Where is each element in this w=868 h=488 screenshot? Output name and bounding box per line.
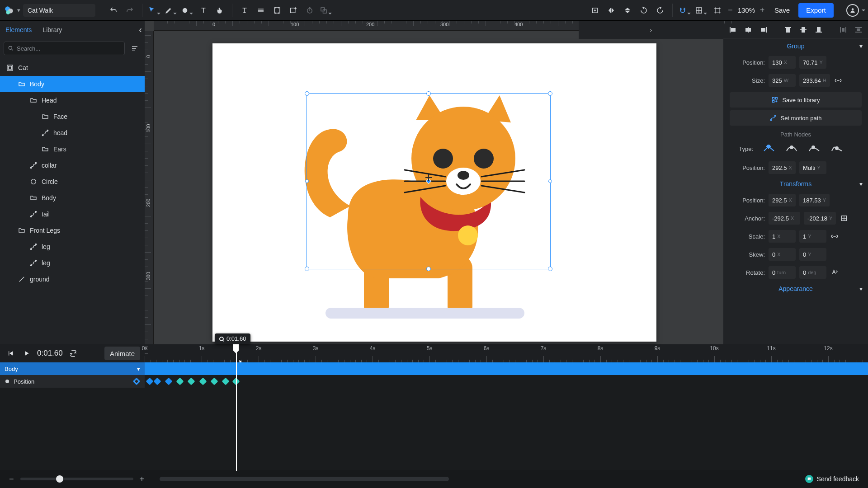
layer-leg[interactable]: leg: [0, 239, 145, 255]
go-to-start-button[interactable]: [5, 347, 16, 359]
zoom-in-timeline-icon[interactable]: +: [140, 474, 145, 484]
rotate-deg[interactable]: 0deg: [799, 266, 826, 279]
layer-head[interactable]: head: [0, 125, 145, 141]
align-text-icon[interactable]: [238, 4, 251, 17]
play-button[interactable]: [21, 347, 33, 359]
keyframe[interactable]: [210, 378, 218, 385]
zoom-in-icon[interactable]: +: [759, 5, 766, 15]
text-tool[interactable]: [197, 4, 210, 17]
duplicate-icon[interactable]: [319, 4, 333, 17]
redo-button[interactable]: [123, 4, 137, 17]
fit-icon[interactable]: [588, 4, 602, 17]
anchor-grid-icon[interactable]: [840, 214, 849, 223]
layer-ground[interactable]: ground: [0, 271, 145, 287]
keyframe-indicator-icon[interactable]: [5, 380, 9, 383]
align-center-icon[interactable]: [254, 4, 268, 17]
loop-icon[interactable]: [67, 347, 79, 359]
grid-icon[interactable]: [694, 4, 708, 17]
align-left-icon[interactable]: [728, 26, 738, 34]
send-feedback-button[interactable]: Send feedback: [805, 475, 859, 483]
layer-body[interactable]: Body: [0, 76, 145, 92]
layer-cat[interactable]: Cat: [0, 60, 145, 76]
canvas-viewport[interactable]: 0100200300400500600 0100200300 ›: [145, 21, 723, 344]
keyframe[interactable]: [222, 378, 229, 385]
node-type-disconn-icon[interactable]: [830, 143, 844, 154]
section-group[interactable]: Group: [787, 42, 805, 50]
anchor-x[interactable]: -292.5X: [769, 212, 800, 225]
selection-box[interactable]: [307, 93, 551, 269]
set-motion-path-button[interactable]: Set motion path: [730, 110, 862, 126]
frame-icon[interactable]: [711, 4, 724, 17]
keyframe[interactable]: [199, 378, 207, 385]
layer-leg[interactable]: leg: [0, 255, 145, 271]
align-hcenter-icon[interactable]: [743, 26, 753, 34]
skew-x[interactable]: 0X: [769, 248, 796, 261]
link-size-icon[interactable]: [834, 76, 843, 85]
save-to-library-button[interactable]: Save to library: [730, 92, 862, 108]
node-type-corner-icon[interactable]: [762, 143, 776, 154]
size-h-input[interactable]: 233.64H: [799, 74, 830, 87]
layer-circle[interactable]: Circle: [0, 174, 145, 190]
layer-collar[interactable]: collar: [0, 157, 145, 174]
artboard-icon[interactable]: [270, 4, 284, 17]
chevron-down-icon[interactable]: ▾: [859, 42, 863, 50]
section-appearance[interactable]: Appearance: [778, 285, 813, 292]
position-y-input[interactable]: 70.71Y: [799, 56, 826, 69]
artboard-add-icon[interactable]: [287, 4, 300, 17]
align-bottom-icon[interactable]: [814, 26, 824, 34]
scale-x[interactable]: 1X: [769, 230, 796, 243]
shape-tool[interactable]: [180, 4, 194, 17]
tf-pos-y[interactable]: 187.53Y: [799, 194, 830, 206]
section-transforms[interactable]: Transforms: [780, 180, 811, 188]
link-scale-icon[interactable]: [830, 232, 839, 241]
rotate-ccw-icon[interactable]: [637, 4, 651, 17]
node-pos-x-input[interactable]: 292.5X: [769, 161, 796, 174]
timeline-ruler[interactable]: 0s1s2s3s4s5s6s7s8s9s10s11s12s: [145, 344, 868, 362]
keyframe[interactable]: [153, 378, 161, 385]
node-type-asym-icon[interactable]: [807, 143, 821, 154]
rotate-turn[interactable]: 0turn: [769, 266, 796, 279]
transform-tool[interactable]: [148, 4, 161, 17]
tab-elements[interactable]: Elements: [5, 22, 33, 38]
expand-right-panel-icon[interactable]: ›: [579, 21, 723, 39]
position-x-input[interactable]: 130X: [769, 56, 796, 69]
export-button[interactable]: Export: [798, 3, 834, 18]
keyframe[interactable]: [176, 378, 184, 385]
node-type-smooth-icon[interactable]: [785, 143, 798, 154]
layer-front-legs[interactable]: Front Legs: [0, 222, 145, 239]
skew-y[interactable]: 0Y: [799, 248, 826, 261]
keyframe[interactable]: [188, 378, 195, 385]
rotate-reset-icon[interactable]: [830, 268, 839, 277]
keyframe[interactable]: [165, 378, 172, 385]
search-input[interactable]: Search...: [4, 42, 125, 55]
layer-ears[interactable]: Ears: [0, 141, 145, 157]
node-pos-y-input[interactable]: MultiY: [799, 161, 826, 174]
keyframe-track[interactable]: [145, 375, 868, 388]
layer-face[interactable]: Face: [0, 108, 145, 125]
tf-pos-x[interactable]: 292.5X: [769, 194, 796, 206]
undo-button[interactable]: [107, 4, 120, 17]
magnet-icon[interactable]: [678, 4, 692, 17]
layer-head[interactable]: Head: [0, 92, 145, 108]
zoom-control[interactable]: − 130% +: [727, 5, 766, 15]
distribute-v-icon[interactable]: [854, 26, 863, 34]
zoom-out-timeline-icon[interactable]: −: [9, 474, 14, 484]
stopwatch-icon[interactable]: [303, 4, 316, 17]
chevron-down-icon[interactable]: ▾: [859, 285, 863, 292]
tab-library[interactable]: Library: [42, 22, 63, 38]
flip-h-icon[interactable]: [604, 4, 618, 17]
collapse-panel-icon[interactable]: ‹: [139, 24, 142, 35]
layer-tail[interactable]: tail: [0, 206, 145, 222]
align-right-icon[interactable]: [759, 26, 769, 34]
account-menu[interactable]: [836, 4, 865, 17]
align-top-icon[interactable]: [783, 26, 793, 34]
scale-y[interactable]: 1Y: [799, 230, 826, 243]
chevron-down-icon[interactable]: ▾: [137, 366, 140, 372]
playhead[interactable]: [236, 344, 237, 471]
hand-tool[interactable]: [213, 4, 226, 17]
timeline-track-header[interactable]: Body▾: [0, 362, 868, 375]
document-title-input[interactable]: Cat Walk: [23, 4, 95, 17]
timeline-scrollbar[interactable]: [160, 477, 449, 481]
flip-v-icon[interactable]: [621, 4, 634, 17]
layer-body[interactable]: Body: [0, 190, 145, 206]
